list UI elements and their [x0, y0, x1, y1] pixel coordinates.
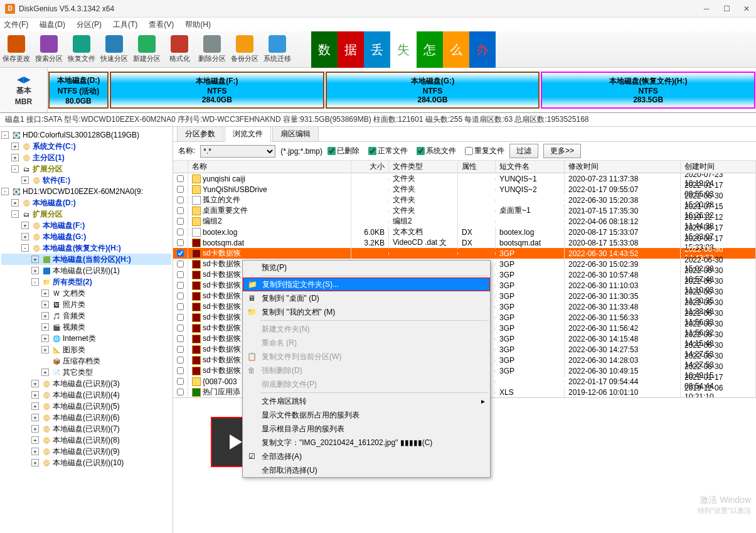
tree-toggle-icon[interactable]: +	[11, 199, 19, 207]
close-icon[interactable]: ✕	[742, 4, 751, 13]
menu-item[interactable]: 工具(T)	[113, 19, 137, 30]
context-menu-item[interactable]: 显示文件数据所占用的簇列表	[243, 408, 490, 422]
tree-toggle-icon[interactable]: +	[41, 369, 49, 376]
tree-node[interactable]: +🖼照片类	[1, 299, 171, 310]
tree-toggle-icon[interactable]: +	[41, 301, 49, 308]
more-button[interactable]: 更多>>	[543, 144, 581, 158]
tree-node[interactable]: +🟦本地磁盘(已识别)(1)	[1, 265, 171, 276]
row-checkbox[interactable]	[177, 186, 184, 193]
toolbar-button[interactable]: 系统迁移	[261, 35, 294, 63]
column-header[interactable]: 名称	[188, 161, 351, 173]
row-checkbox[interactable]	[177, 293, 184, 299]
row-checkbox[interactable]	[177, 335, 184, 342]
tree-node[interactable]: +🌐Internet类	[1, 333, 171, 344]
filter-checkbox[interactable]: 重复文件	[465, 146, 504, 156]
tree-node[interactable]: +📀系统文件(C:)	[1, 141, 171, 152]
tree-node[interactable]: -🗂扩展分区	[1, 163, 171, 175]
row-checkbox[interactable]	[177, 378, 184, 385]
toolbar-button[interactable]: 备份分区	[228, 35, 261, 63]
menu-item[interactable]: 磁盘(D)	[40, 19, 65, 30]
tree-toggle-icon[interactable]: +	[31, 425, 39, 433]
tree-toggle-icon[interactable]: -	[21, 244, 29, 252]
tree-node[interactable]: 📦压缩存档类	[1, 355, 171, 367]
tree-toggle-icon[interactable]: +	[11, 154, 19, 161]
tree-toggle-icon[interactable]: +	[11, 143, 19, 150]
tree-toggle-icon[interactable]: +	[41, 323, 49, 331]
tree-toggle-icon[interactable]: +	[31, 448, 39, 455]
table-row[interactable]: bootex.log6.0KB文本文档DXbootex.log2020-08-1…	[173, 227, 756, 237]
table-row[interactable]: 编组2编组22022-04-06 08:18:122019-12-12 11:4…	[173, 216, 756, 227]
tree-node[interactable]: +W文档类	[1, 288, 171, 299]
column-header[interactable]: 短文件名	[496, 161, 565, 173]
maximize-icon[interactable]: ☐	[722, 4, 731, 13]
row-checkbox[interactable]	[177, 207, 184, 214]
context-menu-item[interactable]: ☑全部选择(A)	[243, 450, 490, 463]
tree-toggle-icon[interactable]: -	[1, 131, 9, 139]
filter-checkbox[interactable]: 正常文件	[368, 146, 408, 156]
tree-toggle-icon[interactable]: +	[31, 436, 39, 444]
tree-node[interactable]: +📀主分区(1)	[1, 152, 171, 163]
tree-node[interactable]: +📀本地磁盘(已识别)(7)	[1, 423, 171, 434]
menu-item[interactable]: 查看(V)	[149, 19, 174, 30]
tree-node[interactable]: -📁所有类型(2)	[1, 276, 171, 288]
context-menu-item[interactable]: 文件扇区跳转▸	[243, 394, 490, 408]
device-tree[interactable]: -💽HD0:ColorfulSL300128GB(119GB)+📀系统文件(C:…	[0, 127, 173, 533]
nav-arrows-icon[interactable]: ◀▶	[17, 74, 31, 84]
tree-toggle-icon[interactable]: +	[41, 335, 49, 342]
column-header[interactable]: 属性	[458, 161, 496, 173]
minimize-icon[interactable]: ─	[702, 4, 711, 13]
context-menu-item[interactable]: 全部取消选择(U)	[243, 463, 490, 477]
toolbar-button[interactable]: 保存更改	[0, 35, 33, 63]
context-menu-item[interactable]: 📁复制到 "我的文档" (M)	[243, 305, 490, 319]
context-menu-item[interactable]: 复制文字："IMG_20210424_161202.jpg" ▮▮▮▮▮(C)	[243, 436, 490, 450]
tree-node[interactable]: +📐图形类	[1, 344, 171, 355]
tree-node[interactable]: +🟩本地磁盘(当前分区)(H:)	[1, 254, 171, 265]
row-checkbox[interactable]	[177, 197, 184, 203]
row-checkbox[interactable]	[177, 175, 184, 182]
filter-button[interactable]: 过滤	[509, 144, 538, 158]
row-checkbox[interactable]	[177, 303, 184, 310]
tree-node[interactable]: +📀本地磁盘(已识别)(6)	[1, 412, 171, 423]
tree-toggle-icon[interactable]: -	[31, 278, 39, 286]
row-checkbox[interactable]	[177, 271, 184, 278]
partition-box[interactable]: 本地磁盘(恢复文件)(H:)NTFS283.5GB	[541, 72, 755, 109]
context-menu-item[interactable]: 🖥复制到 "桌面" (D)	[243, 291, 490, 305]
partition-box[interactable]: 本地磁盘(G:)NTFS284.0GB	[326, 72, 540, 109]
row-checkbox[interactable]	[177, 239, 184, 246]
toolbar-button[interactable]: 恢复文件	[65, 35, 98, 63]
tree-toggle-icon[interactable]: -	[1, 188, 9, 195]
column-header[interactable]: 修改时间	[565, 161, 681, 173]
column-header[interactable]: 大小	[351, 161, 389, 173]
tree-toggle-icon[interactable]: +	[31, 414, 39, 421]
tree-node[interactable]: -🗂扩展分区	[1, 208, 171, 220]
toolbar-button[interactable]: 格式化	[163, 35, 196, 63]
tree-node[interactable]: +📀本地磁盘(已识别)(9)	[1, 446, 171, 457]
row-checkbox[interactable]	[177, 389, 184, 396]
menu-item[interactable]: 分区(P)	[77, 19, 102, 30]
toolbar-button[interactable]: 快速分区	[98, 35, 130, 63]
tree-node[interactable]: +📀本地磁盘(已识别)(8)	[1, 434, 171, 446]
tree-node[interactable]: -💽HD0:ColorfulSL300128GB(119GB)	[1, 129, 171, 141]
row-checkbox[interactable]	[177, 357, 184, 363]
toolbar-button[interactable]: 搜索分区	[33, 35, 65, 63]
tree-toggle-icon[interactable]: -	[11, 165, 19, 173]
tree-node[interactable]: +📀本地磁盘(已识别)(3)	[1, 378, 171, 389]
row-checkbox[interactable]	[177, 229, 184, 235]
partition-box[interactable]: 本地磁盘(D:)NTFS (活动)80.0GB	[48, 72, 109, 109]
context-menu-item[interactable]: 📁复制到指定文件夹(S)...	[243, 277, 490, 291]
column-header[interactable]: 文件类型	[389, 161, 458, 173]
tree-toggle-icon[interactable]: +	[31, 267, 39, 274]
tree-toggle-icon[interactable]: +	[31, 256, 39, 263]
row-checkbox[interactable]	[177, 250, 184, 257]
tree-node[interactable]: -📀本地磁盘(恢复文件)(H:)	[1, 242, 171, 254]
toolbar-button[interactable]: 删除分区	[196, 35, 228, 63]
context-menu-item[interactable]: 显示根目录占用的簇列表	[243, 422, 490, 436]
filter-checkbox[interactable]: 已删除	[327, 146, 359, 156]
tree-toggle-icon[interactable]: +	[31, 402, 39, 410]
tree-toggle-icon[interactable]: +	[41, 346, 49, 353]
tree-node[interactable]: +📀本地磁盘(已识别)(4)	[1, 389, 171, 401]
tree-toggle-icon[interactable]: +	[41, 312, 49, 320]
partition-box[interactable]: 本地磁盘(F:)NTFS284.0GB	[110, 72, 324, 109]
tree-toggle-icon[interactable]: +	[31, 459, 39, 466]
tree-toggle-icon[interactable]: +	[21, 233, 29, 240]
